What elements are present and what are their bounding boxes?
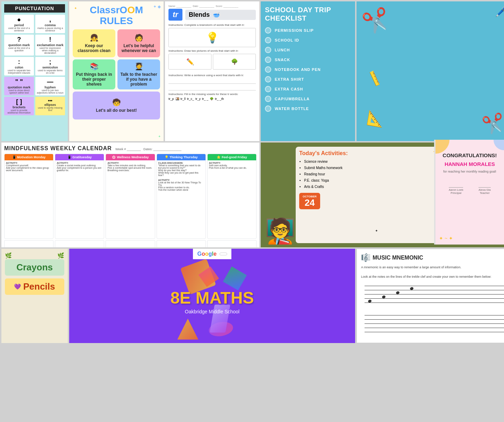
checklist-item-cash: EXTRA CASH <box>265 86 351 92</box>
blend-write-line-1 <box>168 78 256 84</box>
check-circle <box>265 96 271 102</box>
ruler-icon-2: 📏 <box>365 69 384 88</box>
maths-title-group: 8E MATHS Oakbridge Middle School <box>170 288 254 314</box>
activities-title: Today's Activities: <box>299 150 451 157</box>
checklist-item-notebook: NOTEBOOK AND PEN <box>265 66 351 73</box>
teacher-figure: 🧑‍🏫 <box>265 147 293 243</box>
sparkle-icon: ✦ <box>375 229 378 233</box>
check-circle <box>265 57 271 63</box>
congrats-deco-2 <box>494 140 504 150</box>
pencils-box: 💜 Pencils <box>5 278 64 295</box>
punct-semicolon: ; semicolon used to separate items on a … <box>35 57 65 75</box>
music-body: A mnemonic is an easy way to remember a … <box>361 265 504 279</box>
day-gratituesday: 📱 Gratituesday ACTIVITY: Create a social… <box>55 154 104 239</box>
congrats-name: HANNAH MORALES <box>441 161 498 167</box>
ruler-icon-1: 📐 <box>366 109 386 129</box>
checklist-item-snack: SNACK <box>265 57 351 63</box>
treble-clef-icon: 🎼 <box>361 253 370 262</box>
sig-1-role: Principal <box>449 191 463 195</box>
check-circle <box>265 27 271 34</box>
blend-instruction-2: Instructions: Draw two pictures of words… <box>168 49 256 52</box>
punctuation-grid: ● period used at the end of a sentence ,… <box>4 15 65 115</box>
music-title-group: 🎼 MUSIC MNEMONIC <box>361 253 504 262</box>
punctuation-title: PUNCTUATION <box>4 4 65 13</box>
blend-box-1: 💡 <box>168 28 256 47</box>
google-search-bar[interactable] <box>219 253 227 255</box>
mindfulness-title: MINDFULNESS WEEKLY CALENDAR <box>4 145 112 152</box>
scissors-card: ✂️ 📐 🖊️ ✂️ 📏 <box>357 1 504 141</box>
blends-title: Blends 🥣 <box>185 10 256 20</box>
date-day: 24 <box>303 198 317 207</box>
mindfulness-week: Week # ________ Dates: ________________ <box>115 147 181 151</box>
rule-5: 🧒 Let's all do our best! <box>73 92 160 119</box>
blend-tag: tr <box>168 9 182 21</box>
check-circle <box>265 106 271 112</box>
pencil-emoji: 💜 <box>14 283 21 290</box>
punct-colon: : colon used to separate two independent… <box>4 57 34 75</box>
congrats-subtitle: for reaching her monthly reading goal! <box>441 170 498 173</box>
rule-3: 📚 Put things back in their proper shelve… <box>73 59 115 89</box>
staff <box>361 282 504 310</box>
maths-background: 8E MATHS Oakbridge Middle School <box>170 259 254 343</box>
staff-line-1 <box>365 286 504 286</box>
checklist-item-lunch: LUNCH <box>265 47 351 53</box>
leaf-icon-1: 🌿 <box>5 252 12 259</box>
mindfulness-header: MINDFULNESS WEEKLY CALENDAR Week # _____… <box>4 145 257 152</box>
sig-1-name: Aaron Loeb <box>449 187 463 191</box>
google-logo: Google <box>197 251 216 257</box>
blend-draw-box-1: ✏️ <box>168 54 211 70</box>
activities-list: Science review Submit Maths homework Rea… <box>299 159 451 190</box>
congrats-signatures: Aaron Loeb Principal Alexa Gla Teacher <box>441 187 498 195</box>
blend-fill-row: tr_p🍱 tr_ll tr_c_ tr_y tr_ _🌳 tr_ _th <box>168 97 256 101</box>
punct-hyphen: — hyphen used to join two adjectives bef… <box>35 77 65 95</box>
date-box: OCTOBER 24 <box>299 193 320 209</box>
check-circle <box>265 47 271 53</box>
maths-card: Google 8E MATHS Oakbridge Middle School <box>69 249 355 343</box>
blend-instruction-3: Instructions: Write a sentence using a w… <box>168 74 256 77</box>
punct-brackets: [ ] brackets used to provide additional … <box>4 97 34 115</box>
google-header: Google <box>193 249 231 259</box>
crayons-card: 🌿 🌿 Crayons 💜 Pencils <box>1 249 68 343</box>
check-circle <box>265 86 271 92</box>
check-circle <box>265 66 271 73</box>
trip-title: SCHOOL DAY TRIP CHECKLIST <box>265 6 351 22</box>
day-monday: 📱 Motivation Monday ACTIVITY: Compliment… <box>4 154 53 239</box>
day-thursday: 💡 Thinking Thursday CLASS DISCUSSION: "W… <box>157 154 206 239</box>
shape-green <box>223 267 246 290</box>
punct-period: ● period used at the end of a sentence <box>4 15 34 33</box>
scissors-icon-2: ✂️ <box>481 111 504 137</box>
pencils-label: Pencils <box>23 281 55 292</box>
blend-instruction-4: Instructions: Fill in the missing vowels… <box>168 93 256 96</box>
scissors-icon-1: ✂️ <box>360 5 393 37</box>
staff-line-2 <box>365 290 504 290</box>
check-circle <box>265 37 271 43</box>
rule-2: 🧑 Let's be helpful whenever we can <box>117 29 160 57</box>
shape-yellow <box>177 319 198 340</box>
blends-card: Name: ___________ Date: ___________ Scor… <box>165 1 259 141</box>
punct-comma: , comma marks a pause during a sentence <box>35 15 65 33</box>
rule-4: 🧑‍🎓 Talk to the teacher if you have a pr… <box>117 59 160 89</box>
punct-ellipses: ••• ellipses used to signify missing tex… <box>35 97 65 115</box>
staff-line-5 <box>365 303 504 303</box>
punctuation-card: PUNCTUATION ● period used at the end of … <box>1 1 68 141</box>
maths-title: 8E MATHS <box>170 288 254 307</box>
classroom-rules-card: ✦ ◆ ✦ ClassrOOMRULES 👧 Keep our classroo… <box>69 1 164 141</box>
checklist-item-water: WATER BOTTLE <box>265 106 351 112</box>
music-card: 🎼 MUSIC MNEMONIC A mnemonic is an easy w… <box>357 249 504 343</box>
mindfulness-card: MINDFULNESS WEEKLY CALENDAR Week # _____… <box>1 143 259 247</box>
congrats-title: CONGRATULATIONS! <box>441 152 498 158</box>
staff-line-4 <box>365 298 504 299</box>
checklist-item-permission: PERMISSION SLIP <box>265 27 351 34</box>
blend-draw-box-2: 🌳 <box>213 54 256 70</box>
congrats-card: CONGRATULATIONS! HANNAH MORALES for reac… <box>434 140 504 245</box>
checklist-item-shirt: EXTRA SHIRT <box>265 76 351 82</box>
sig-2: Alexa Gla Teacher <box>478 187 491 195</box>
mindfulness-grid: 📱 Motivation Monday ACTIVITY: Compliment… <box>4 154 257 239</box>
crayons-label: Crayons <box>8 262 62 273</box>
congrats-deco-1 <box>435 140 449 154</box>
rules-grid: 👧 Keep our classroom clean 🧑 Let's be he… <box>73 29 160 119</box>
staff-line-3 <box>365 294 504 294</box>
sig-1: Aaron Loeb Principal <box>449 187 463 195</box>
punct-quotation: " " quotation mark used to show direct s… <box>4 77 34 95</box>
punct-question: ? question mark used at the end of a que… <box>4 35 34 56</box>
